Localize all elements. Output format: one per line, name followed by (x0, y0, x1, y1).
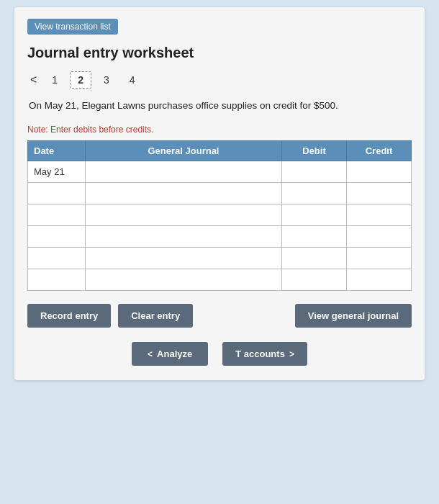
cell-date-3 (28, 226, 86, 248)
cell-date-5 (28, 269, 86, 291)
cell-gj-0[interactable] (86, 161, 282, 183)
page-title: Journal entry worksheet (27, 45, 412, 61)
col-header-debit: Debit (282, 141, 347, 161)
col-header-date: Date (28, 141, 86, 161)
table-row (28, 183, 412, 204)
cell-debit-3[interactable] (282, 226, 347, 248)
cell-date-4 (28, 248, 86, 269)
cell-gj-5[interactable] (86, 269, 282, 291)
tab-nav: < 1 2 3 4 (27, 71, 412, 89)
analyze-chevron-left-icon: < (148, 349, 153, 359)
table-row (28, 204, 412, 226)
cell-date-1 (28, 183, 86, 204)
cell-credit-5[interactable] (347, 269, 412, 291)
table-row: May 21 (28, 161, 412, 183)
scenario-text: On May 21, Elegant Lawns purchases offic… (27, 99, 412, 113)
view-general-journal-button[interactable]: View general journal (295, 304, 412, 328)
cell-debit-0[interactable] (282, 161, 347, 183)
left-button-group: Record entry Clear entry (27, 304, 193, 328)
col-header-credit: Credit (347, 141, 412, 161)
cell-credit-1[interactable] (347, 183, 412, 204)
cell-credit-4[interactable] (347, 248, 412, 269)
table-row (28, 248, 412, 269)
table-row (28, 269, 412, 291)
cell-debit-4[interactable] (282, 248, 347, 269)
tab-3[interactable]: 3 (96, 71, 117, 89)
table-row (28, 226, 412, 248)
view-transaction-link[interactable]: View transaction list (27, 19, 118, 35)
col-header-gj: General Journal (86, 141, 282, 161)
tab-1[interactable]: 1 (44, 71, 65, 89)
cell-credit-0[interactable] (347, 161, 412, 183)
clear-entry-button[interactable]: Clear entry (118, 304, 193, 328)
cell-debit-2[interactable] (282, 204, 347, 226)
t-accounts-button[interactable]: T accounts > (222, 342, 307, 366)
cell-gj-4[interactable] (86, 248, 282, 269)
cell-credit-2[interactable] (347, 204, 412, 226)
note-text: Note: Enter debits before credits. (27, 125, 412, 135)
cell-gj-2[interactable] (86, 204, 282, 226)
tab-2[interactable]: 2 (70, 71, 91, 89)
t-accounts-chevron-right-icon: > (289, 349, 294, 359)
button-row: Record entry Clear entry View general jo… (27, 304, 412, 328)
main-card: View transaction list Journal entry work… (14, 7, 425, 380)
page-wrapper: View transaction list Journal entry work… (0, 0, 439, 504)
cell-date-0: May 21 (28, 161, 86, 183)
tab-prev-button[interactable]: < (27, 72, 40, 88)
tab-4[interactable]: 4 (122, 71, 143, 89)
cell-gj-3[interactable] (86, 226, 282, 248)
journal-table: Date General Journal Debit Credit May 21 (27, 140, 412, 291)
cell-debit-5[interactable] (282, 269, 347, 291)
analyze-button[interactable]: < Analyze (132, 342, 208, 366)
bottom-nav-row: < Analyze T accounts > (27, 342, 412, 366)
record-entry-button[interactable]: Record entry (27, 304, 111, 328)
analyze-label: Analyze (157, 348, 192, 359)
t-accounts-label: T accounts (235, 348, 285, 359)
cell-credit-3[interactable] (347, 226, 412, 248)
cell-gj-1[interactable] (86, 183, 282, 204)
cell-date-2 (28, 204, 86, 226)
cell-debit-1[interactable] (282, 183, 347, 204)
